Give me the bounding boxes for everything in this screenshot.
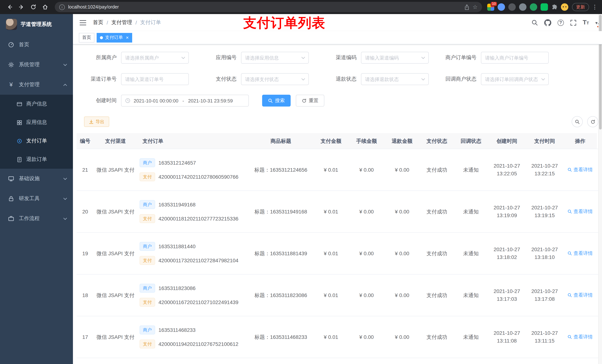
address-bar[interactable]: i localhost:1024/pay/order ☆: [55, 2, 482, 12]
view-detail-link[interactable]: 查看详情: [568, 292, 593, 299]
cell-order: 商户1635311881440 支付4200001173202110272847…: [137, 233, 248, 274]
merchant-badge: 商户: [140, 158, 155, 167]
pay-badge: 支付: [140, 214, 155, 223]
table-row: 18 微信 JSAPI 支付 商户1635311823086 支付4200001…: [77, 274, 598, 316]
channel-code-select[interactable]: [361, 52, 429, 64]
breadcrumb-pay[interactable]: 支付管理: [111, 19, 132, 26]
font-size-icon[interactable]: TT: [583, 19, 589, 26]
pay-status-select[interactable]: [241, 73, 309, 85]
search-button[interactable]: 搜索: [262, 95, 291, 106]
sidebar-item-merchant-info[interactable]: 商户信息: [0, 95, 73, 113]
browser-update-button[interactable]: 更新: [572, 3, 589, 11]
user-menu[interactable]: ▾: [595, 19, 598, 26]
sidebar-item-pay[interactable]: ¥ 支付管理: [0, 75, 73, 95]
extension-tab-manager-icon[interactable]: 10: [487, 3, 494, 10]
app-select-input[interactable]: [245, 55, 305, 61]
extension-dark-icon[interactable]: [508, 3, 516, 11]
col-order: 支付订单: [137, 133, 248, 149]
col-title: 商品标题: [248, 133, 313, 149]
merchant-order-no-input[interactable]: [485, 55, 545, 61]
close-icon[interactable]: ×: [126, 35, 129, 40]
chevron-down-icon: [301, 78, 305, 81]
lock-icon: [8, 196, 14, 202]
cell-fee: ¥ 0.00: [349, 274, 384, 316]
hamburger-icon[interactable]: [77, 20, 88, 25]
sidebar-item-workflow[interactable]: 工作流程: [0, 209, 73, 229]
bookmark-star-icon[interactable]: ☆: [473, 4, 478, 10]
notify-status-input[interactable]: [485, 76, 545, 82]
reset-button[interactable]: 重置: [296, 95, 324, 106]
cell-title: 标题：1635311949168: [248, 191, 313, 232]
browser-forward-button[interactable]: [16, 2, 27, 12]
sidebar-item-pay-order[interactable]: 支付订单: [0, 132, 73, 150]
extension-blue-icon[interactable]: [498, 3, 505, 11]
share-icon[interactable]: [464, 4, 469, 10]
notify-status-select[interactable]: [481, 73, 549, 85]
cell-paid: [526, 358, 563, 364]
briefcase-icon: [8, 216, 14, 222]
sidebar-item-app-info[interactable]: 应用信息: [0, 113, 73, 132]
merchant-badge: 商户: [140, 284, 155, 293]
export-button[interactable]: 导出: [84, 116, 109, 127]
browser-menu-icon[interactable]: ⋮: [592, 4, 598, 10]
filter-label-merchant-order-no: 商户订单编号: [437, 54, 481, 61]
extension-gray-icon[interactable]: [519, 3, 527, 11]
merchant-select[interactable]: [121, 52, 189, 64]
cell-pay-status: 支付成功: [420, 149, 454, 190]
table-row: 20 微信 JSAPI 支付 商户1635311949168 支付4200001…: [77, 191, 598, 233]
merchant-order-no-field[interactable]: [481, 52, 549, 64]
view-detail-link[interactable]: 查看详情: [568, 166, 593, 174]
cell-id: [77, 358, 94, 364]
refund-status-input[interactable]: [365, 76, 425, 82]
breadcrumb-home[interactable]: 首页: [93, 19, 103, 26]
view-detail-link[interactable]: 查看详情: [568, 208, 593, 215]
channel-order-no-input[interactable]: [125, 76, 185, 82]
channel-code-input[interactable]: [365, 55, 425, 61]
view-detail-link[interactable]: 查看详情: [568, 250, 593, 257]
view-detail-link[interactable]: 查看详情: [568, 333, 593, 341]
sidebar-item-devtools[interactable]: 研发工具: [0, 189, 73, 209]
refresh-button[interactable]: [587, 116, 598, 127]
cell-order: 商户1635312124657 支付4200001174202110278060…: [137, 149, 248, 190]
site-info-icon[interactable]: i: [59, 4, 65, 10]
channel-order-no-field[interactable]: [121, 73, 189, 85]
fullscreen-icon[interactable]: [570, 20, 576, 26]
help-icon[interactable]: ?: [558, 20, 564, 26]
app-select[interactable]: [241, 52, 309, 64]
date-start[interactable]: 2021-10-01 00:00:00: [134, 98, 178, 104]
browser-profile-avatar[interactable]: [561, 3, 568, 11]
github-icon[interactable]: [544, 19, 551, 26]
cell-pay-status: 支付成功: [420, 316, 454, 358]
cell-order: 商户1635311357796 支付: [137, 358, 248, 364]
pay-status-input[interactable]: [245, 76, 305, 82]
tab-pay-order[interactable]: 支付订单 ×: [97, 33, 132, 42]
date-end[interactable]: 2021-10-31 23:59:59: [188, 98, 233, 104]
date-range-picker[interactable]: 2021-10-01 00:00:00 - 2021-10-31 23:59:5…: [121, 95, 249, 106]
cell-created: 2021-10-2713:17:03: [488, 274, 526, 316]
browser-toolbar: i localhost:1024/pay/order ☆ 10 更新 ⋮: [0, 0, 602, 14]
extension-wechat-icon[interactable]: [540, 3, 548, 11]
search-icon[interactable]: [532, 20, 538, 26]
cell-refund: ¥ 0.00: [384, 191, 420, 232]
cell-order: 商户1635311823086 支付4200001167202110271022…: [137, 274, 248, 316]
toggle-search-button[interactable]: [572, 116, 583, 127]
page-scrollbar[interactable]: [598, 14, 602, 364]
browser-home-button[interactable]: [40, 2, 50, 12]
cell-refund: ¥ 0.00: [384, 149, 420, 190]
puzzle-extensions-icon[interactable]: [551, 4, 558, 10]
sidebar-item-infra[interactable]: 基础设施: [0, 169, 73, 189]
sidebar-item-home[interactable]: 首页: [0, 35, 73, 55]
cell-paid: 2021-10-2713:19:15: [526, 191, 563, 232]
cell-channel: 微信 JSAPI 支付: [94, 274, 137, 316]
browser-back-button[interactable]: [4, 2, 15, 12]
sidebar-item-refund-order[interactable]: 退款订单: [0, 150, 73, 169]
page-title-annotation: 支付订单列表: [243, 16, 325, 30]
merchant-select-input[interactable]: [125, 55, 185, 61]
extension-vpn-icon[interactable]: [530, 3, 537, 11]
tab-home[interactable]: 首页: [79, 33, 94, 42]
refund-status-select[interactable]: [361, 73, 429, 85]
col-refund: 退款金额: [384, 133, 420, 149]
cell-channel: 微信 JSAPI 支付: [94, 233, 137, 274]
browser-reload-button[interactable]: [28, 2, 39, 12]
sidebar-item-system[interactable]: 系统管理: [0, 55, 73, 75]
